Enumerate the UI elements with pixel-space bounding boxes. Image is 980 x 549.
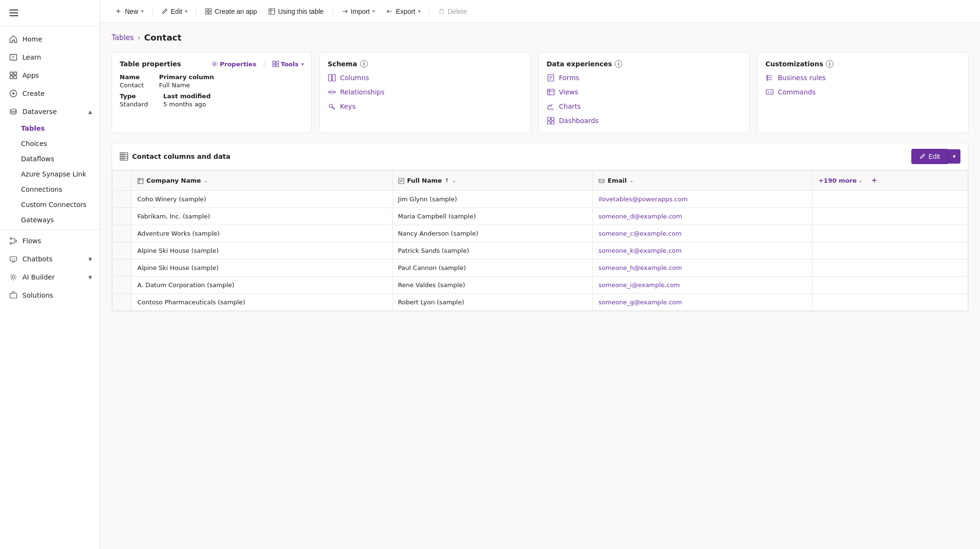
sidebar-item-dataflows-label: Dataflows — [21, 155, 54, 163]
row-3-email[interactable]: someone_c@example.com — [593, 225, 813, 242]
sidebar-item-ai-builder-label: AI Builder — [22, 273, 55, 281]
table-col-company-name[interactable]: Company Name ⌄ — [132, 171, 392, 191]
sidebar-item-choices[interactable]: Choices — [21, 136, 100, 151]
customizations-label: Customizations — [765, 60, 823, 68]
sidebar-item-gateways[interactable]: Gateways — [21, 212, 100, 228]
business-rules-label: Business rules — [778, 74, 826, 82]
data-exp-charts[interactable]: Charts — [547, 102, 742, 111]
toolbar-sep-4 — [429, 7, 430, 16]
main-content: Tables › Contact Table properties Proper… — [100, 23, 980, 549]
relationships-icon — [328, 88, 336, 96]
svg-rect-17 — [206, 12, 208, 14]
sidebar-item-create[interactable]: Create — [0, 84, 100, 103]
row-6-email[interactable]: someone_i@example.com — [593, 277, 813, 294]
properties-link[interactable]: Properties — [211, 60, 257, 68]
table-edit-pencil-icon — [919, 153, 926, 160]
table-edit-dropdown-button[interactable]: ▾ — [948, 149, 960, 164]
row-4-email[interactable]: someone_k@example.com — [593, 242, 813, 259]
export-label: Export — [396, 8, 415, 15]
table-row: Contoso Pharmaceuticals (sample) Robert … — [113, 294, 968, 311]
sidebar-item-chatbots-label: Chatbots — [22, 255, 52, 263]
table-col-check — [113, 171, 132, 191]
sidebar-item-learn-label: Learn — [22, 53, 41, 61]
row-7-email[interactable]: someone_g@example.com — [593, 294, 813, 311]
hamburger-menu[interactable] — [8, 6, 92, 20]
row-7-company: Contoso Pharmaceuticals (sample) — [132, 294, 392, 311]
table-row: A. Datum Corporation (sample) Rene Valde… — [113, 277, 968, 294]
sidebar-item-dataflows[interactable]: Dataflows — [21, 151, 100, 166]
sidebar-item-dataverse[interactable]: Dataverse ▲ — [0, 103, 100, 121]
sidebar-item-connections[interactable]: Connections — [21, 182, 100, 197]
sidebar-item-custom-connectors[interactable]: Custom Connectors — [21, 197, 100, 212]
custom-business-rules[interactable]: Business rules — [765, 73, 960, 82]
row-1-email[interactable]: ilovetables@powerapps.com — [593, 191, 813, 208]
type-field-label: Type — [120, 93, 148, 100]
sidebar-item-home[interactable]: Home — [0, 30, 100, 48]
table-col-full-name[interactable]: Full Name ↑ ⌄ — [392, 171, 592, 191]
svg-rect-4 — [14, 76, 17, 79]
data-exp-views[interactable]: Views — [547, 88, 742, 96]
new-button[interactable]: ＋ New ▾ — [110, 3, 148, 19]
row-check-5[interactable] — [113, 259, 132, 277]
svg-rect-32 — [547, 117, 550, 120]
row-check-2[interactable] — [113, 208, 132, 225]
using-this-table-button[interactable]: Using this table — [264, 5, 329, 18]
tools-link[interactable]: Tools ▾ — [272, 60, 304, 68]
table-edit-button[interactable]: Edit — [911, 149, 948, 164]
row-check-6[interactable] — [113, 277, 132, 294]
table-edit-label: Edit — [928, 153, 940, 160]
svg-rect-33 — [551, 117, 554, 120]
svg-point-28 — [333, 91, 335, 93]
import-chevron-icon: ▾ — [372, 9, 375, 14]
data-exp-dashboards[interactable]: Dashboards — [547, 116, 742, 125]
sidebar-item-azure-synapse[interactable]: Azure Synapse Link — [21, 166, 100, 182]
import-button[interactable]: Import ▾ — [337, 5, 380, 18]
contact-table-icon — [120, 152, 128, 161]
sidebar-item-solutions[interactable]: Solutions — [0, 286, 100, 304]
row-5-email[interactable]: someone_h@example.com — [593, 259, 813, 277]
schema-item-relationships[interactable]: Relationships — [328, 88, 523, 96]
row-3-more — [813, 225, 968, 242]
table-icon — [268, 8, 275, 15]
name-field-label: Name — [120, 73, 144, 81]
create-app-icon — [205, 8, 212, 15]
create-app-button[interactable]: Create an app — [200, 5, 262, 18]
row-check-1[interactable] — [113, 191, 132, 208]
sidebar-item-azure-synapse-label: Azure Synapse Link — [21, 170, 86, 178]
toolbar-sep-3 — [332, 7, 333, 16]
sidebar-item-apps[interactable]: Apps — [0, 66, 100, 84]
custom-commands[interactable]: Commands — [765, 88, 960, 96]
edit-button[interactable]: Edit ▾ — [156, 5, 192, 18]
row-check-4[interactable] — [113, 242, 132, 259]
schema-item-keys[interactable]: Keys — [328, 102, 523, 111]
nav-divider-1 — [0, 229, 100, 230]
sidebar-item-tables[interactable]: Tables — [21, 121, 100, 136]
table-row: Alpine Ski House (sample) Paul Cannon (s… — [113, 259, 968, 277]
data-exp-forms[interactable]: Forms — [547, 73, 742, 82]
breadcrumb-tables-link[interactable]: Tables — [112, 33, 134, 42]
dataverse-sub-nav: Tables Choices Dataflows Azure Synapse L… — [0, 121, 100, 228]
row-2-email[interactable]: someone_d@example.com — [593, 208, 813, 225]
row-check-7[interactable] — [113, 294, 132, 311]
commands-icon — [765, 88, 774, 96]
sidebar-item-flows[interactable]: Flows — [0, 232, 100, 250]
row-check-3[interactable] — [113, 225, 132, 242]
svg-rect-0 — [10, 54, 17, 60]
schema-item-columns[interactable]: Columns — [328, 73, 523, 82]
more-columns-button[interactable]: +190 more ⌄ — [818, 177, 863, 184]
sidebar-item-custom-connectors-label: Custom Connectors — [21, 201, 87, 208]
svg-rect-19 — [269, 9, 275, 14]
data-exp-forms-label: Forms — [559, 74, 579, 82]
sidebar-item-chatbots[interactable]: Chatbots ▼ — [0, 250, 100, 268]
add-column-button[interactable]: ＋ — [870, 176, 878, 186]
delete-button[interactable]: Delete — [433, 5, 472, 18]
svg-rect-26 — [332, 74, 335, 81]
export-button[interactable]: Export ▾ — [382, 5, 425, 18]
sidebar-item-learn[interactable]: Learn — [0, 48, 100, 66]
schema-info-icon: i — [360, 60, 368, 68]
company-name-sort-icon: ⌄ — [204, 178, 207, 183]
forms-icon — [547, 73, 555, 82]
customizations-title: Customizations i — [765, 60, 960, 68]
sidebar-item-ai-builder[interactable]: AI Builder ▼ — [0, 268, 100, 286]
table-col-email[interactable]: Email ⌄ — [593, 171, 813, 191]
